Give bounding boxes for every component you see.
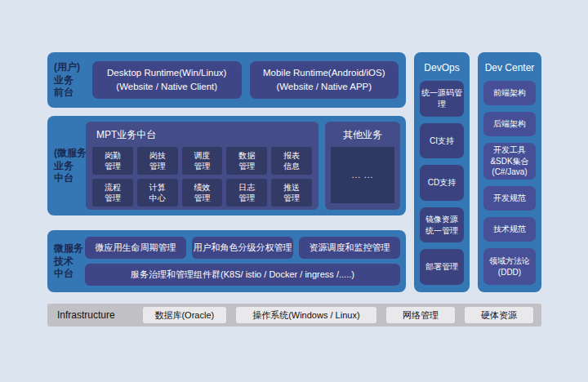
- devcenter-item-backend: 后端架构: [483, 112, 536, 136]
- band-tech-label: 微服务 技术 中台: [54, 242, 83, 281]
- band-front-label: (用户) 业务 前台: [54, 61, 80, 100]
- devops-column: DevOps 统一源码管理 CI支持 CD支持 镜像资源 统一管理 部署管理: [414, 52, 470, 292]
- other-business-panel: 其他业务 ... ...: [325, 122, 400, 210]
- devcenter-item-techspec: 技术规范: [483, 217, 536, 242]
- devops-item-cd: CD支持: [420, 165, 464, 201]
- mpt-cell-gangji: 岗技 管理: [137, 147, 178, 175]
- mobile-runtime-box: Mobile Runtime(Android/iOS) (Website / N…: [250, 61, 399, 99]
- mpt-cell-jisuan: 计算 中心: [137, 179, 178, 207]
- infra-item-os: 操作系统(Windows / Linux): [236, 307, 376, 323]
- infrastructure-band: Infrastructure 数据库(Oracle) 操作系统(Windows …: [47, 304, 541, 326]
- devcenter-column: Dev Center 前端架构 后端架构 开发工具 &SDK集合 (C#/Jav…: [478, 52, 541, 292]
- mpt-cell-jixiao: 绩效 管理: [182, 179, 223, 207]
- tech-row-top: 微应用生命周期管理 用户和角色分级分权管理 资源调度和监控管理: [85, 237, 400, 259]
- mpt-cell-baobiao: 报表 信息: [271, 147, 312, 175]
- devops-item-deploy: 部署管理: [420, 249, 464, 285]
- tech-box-lifecycle: 微应用生命周期管理: [85, 237, 186, 259]
- tech-box-governance: 服务治理和管理组件群(K8S/ istio / Docker / ingress…: [85, 264, 400, 286]
- band-business-middle: (微服务) 业务 中台 MPT业务中台 岗勤 管理 岗技 管理 调度 管理 数据…: [47, 116, 406, 215]
- band-tech-middle: 微服务 技术 中台 微应用生命周期管理 用户和角色分级分权管理 资源调度和监控管…: [47, 230, 406, 292]
- devops-title: DevOps: [420, 58, 464, 81]
- devcenter-item-devspec: 开发规范: [483, 186, 536, 211]
- devops-item-image: 镜像资源 统一管理: [420, 207, 464, 243]
- devops-item-source: 统一源码管理: [420, 81, 464, 117]
- front-runtime-boxes: Desktop Runtime(Win/Linux) (Website / Na…: [92, 61, 399, 99]
- mpt-panel-title: MPT业务中台: [86, 122, 318, 147]
- tech-content: 微应用生命周期管理 用户和角色分级分权管理 资源调度和监控管理 服务治理和管理组…: [85, 237, 400, 286]
- mpt-cell-shuju: 数据 管理: [226, 147, 267, 175]
- other-business-placeholder: ... ...: [331, 147, 394, 203]
- tech-row-bottom: 服务治理和管理组件群(K8S/ istio / Docker / ingress…: [85, 264, 400, 286]
- band-mid-label: (微服务) 业务 中台: [54, 147, 90, 185]
- mpt-cell-liucheng: 流程 管理: [92, 179, 133, 207]
- mpt-cell-diaodu: 调度 管理: [182, 147, 223, 175]
- tech-box-monitor: 资源调度和监控管理: [299, 237, 400, 259]
- devops-item-ci: CI支持: [420, 123, 464, 159]
- devops-items: 统一源码管理 CI支持 CD支持 镜像资源 统一管理 部署管理: [420, 81, 464, 285]
- infra-item-database: 数据库(Oracle): [143, 307, 226, 323]
- devcenter-title: Dev Center: [483, 58, 536, 81]
- desktop-runtime-box: Desktop Runtime(Win/Linux) (Website / Na…: [92, 61, 242, 99]
- devcenter-item-frontend: 前端架构: [483, 81, 536, 105]
- mpt-cell-rizhi: 日志 管理: [226, 179, 267, 207]
- band-business-front: (用户) 业务 前台 Desktop Runtime(Win/Linux) (W…: [47, 52, 406, 108]
- mpt-cell-tuisong: 推送 管理: [271, 179, 312, 207]
- tech-box-rbac: 用户和角色分级分权管理: [192, 237, 293, 259]
- infra-item-hardware: 硬体资源: [465, 307, 533, 323]
- architecture-diagram: (用户) 业务 前台 Desktop Runtime(Win/Linux) (W…: [0, 0, 588, 382]
- mpt-panel: MPT业务中台 岗勤 管理 岗技 管理 调度 管理 数据 管理 报表 信息 流程…: [86, 122, 318, 210]
- mpt-cell-gangqin: 岗勤 管理: [92, 147, 133, 175]
- infrastructure-label: Infrastructure: [56, 309, 133, 321]
- devcenter-item-ddd: 领域方法论 (DDD): [483, 248, 536, 285]
- devcenter-item-sdk: 开发工具 &SDK集合 (C#/Java): [483, 143, 536, 180]
- devcenter-items: 前端架构 后端架构 开发工具 &SDK集合 (C#/Java) 开发规范 技术规…: [483, 81, 536, 285]
- mpt-grid: 岗勤 管理 岗技 管理 调度 管理 数据 管理 报表 信息 流程 管理 计算 中…: [86, 147, 318, 213]
- infra-item-network: 网络管理: [386, 307, 455, 323]
- other-business-title: 其他业务: [325, 122, 400, 145]
